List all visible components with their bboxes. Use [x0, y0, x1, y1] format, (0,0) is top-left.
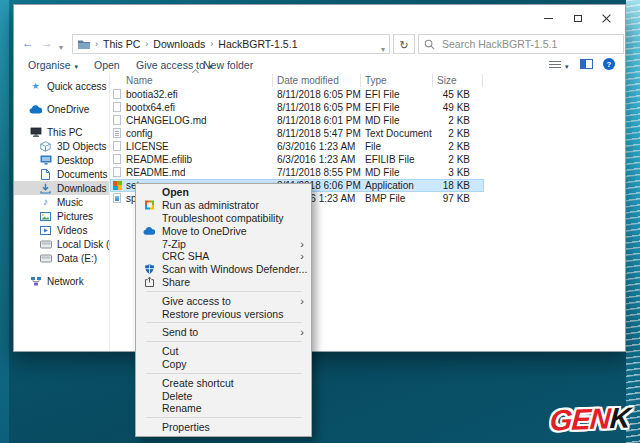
close-button[interactable] [592, 5, 621, 31]
sidebar-item-pictures[interactable]: Pictures [14, 209, 109, 223]
file-icon [113, 154, 121, 166]
file-row[interactable]: LICENSE 6/3/2016 1:23 AM File 2 KB [110, 140, 484, 153]
menu-item-move-to-onedrive[interactable]: Move to OneDrive [136, 224, 311, 237]
menu-item-7-zip[interactable]: 7-Zip [136, 237, 311, 250]
desktop-icon [39, 155, 52, 165]
menu-item-label: Scan with Windows Defender... [162, 263, 307, 275]
breadcrumb-separator: › [95, 39, 98, 49]
breadcrumb-current-folder[interactable]: HackBGRT-1.5.1 [218, 38, 297, 50]
sidebar-item-quick-access[interactable]: Quick access [14, 79, 109, 93]
menu-item-run-as-administrator[interactable]: Run as administrator [136, 199, 311, 212]
menu-item-crc-sha[interactable]: CRC SHA [136, 250, 311, 263]
menu-item-troubleshoot-compatibility[interactable]: Troubleshoot compatibility [136, 212, 311, 225]
sidebar-item-downloads[interactable]: Downloads [14, 181, 109, 195]
sidebar-item-label: Music [57, 197, 83, 208]
column-header-name[interactable]: Name [126, 75, 153, 86]
menu-item-open[interactable]: Open [136, 186, 311, 199]
sidebar-item-videos[interactable]: Videos [14, 223, 109, 237]
menu-item-cut[interactable]: Cut [136, 345, 311, 358]
address-dropdown-chevron-icon[interactable] [381, 40, 385, 58]
menu-item-share[interactable]: Share [136, 276, 311, 289]
sidebar-item-label: 3D Objects [57, 141, 106, 152]
picture-icon [39, 212, 52, 221]
share-icon [143, 276, 155, 287]
sidebar-item-local-disk-c[interactable]: Local Disk (C:) [14, 237, 109, 251]
column-divider[interactable] [432, 74, 433, 87]
menu-item-label: Properties [162, 421, 210, 433]
file-row[interactable]: README.md 7/11/2018 8:55 PM MD File 3 KB [110, 166, 484, 179]
help-button[interactable] [603, 58, 615, 70]
menu-item-properties[interactable]: Properties [136, 421, 311, 434]
column-divider[interactable] [482, 74, 483, 87]
search-box[interactable] [418, 34, 624, 54]
file-name: config [126, 128, 153, 139]
menu-item-scan-with-windows-defender[interactable]: Scan with Windows Defender... [136, 263, 311, 276]
sidebar-item-onedrive[interactable]: OneDrive [14, 102, 109, 116]
sidebar-item-documents[interactable]: Documents [14, 167, 109, 181]
sidebar-item-data-e[interactable]: Data (E:) [14, 251, 109, 265]
file-size: 97 KB [415, 193, 470, 204]
file-icon [113, 141, 121, 153]
menu-item-label: Restore previous versions [162, 308, 283, 320]
column-header-date-modified[interactable]: Date modified [277, 75, 339, 86]
column-divider[interactable] [272, 74, 273, 87]
address-bar[interactable]: › This PC › Downloads › HackBGRT-1.5.1 [72, 34, 390, 54]
refresh-button[interactable] [393, 34, 415, 54]
file-size: 49 KB [415, 102, 470, 113]
organise-menu-button[interactable]: Organise [28, 59, 78, 71]
file-type: MD File [365, 167, 399, 178]
disk-drive-icon [39, 254, 52, 263]
menu-item-delete[interactable]: Delete [136, 389, 311, 402]
forward-button[interactable] [41, 35, 53, 51]
sidebar-item-label: Quick access [47, 81, 106, 92]
file-size: 45 KB [415, 89, 470, 100]
sidebar-item-this-pc[interactable]: This PC [14, 125, 109, 139]
menu-item-rename[interactable]: Rename [136, 402, 311, 415]
column-header-type[interactable]: Type [365, 75, 387, 86]
cube-icon [39, 141, 52, 152]
breadcrumb-downloads[interactable]: Downloads [153, 38, 205, 50]
minimize-button[interactable] [534, 5, 563, 31]
menu-item-create-shortcut[interactable]: Create shortcut [136, 376, 311, 389]
folder-icon [78, 39, 90, 49]
file-row[interactable]: README.efilib 6/3/2016 1:23 AM EFILIB Fi… [110, 153, 484, 166]
file-size: 18 KB [415, 180, 470, 191]
menu-item-send-to[interactable]: Send to [136, 326, 311, 339]
file-name: CHANGELOG.md [126, 115, 207, 126]
file-date: 8/11/2018 6:05 PM [277, 102, 361, 113]
column-header-size[interactable]: Size [437, 75, 456, 86]
menu-item-give-access-to[interactable]: Give access to [136, 294, 311, 307]
preview-pane-button[interactable] [580, 59, 593, 69]
breadcrumb-this-pc[interactable]: This PC [103, 38, 140, 50]
search-icon [424, 39, 435, 50]
sidebar-item-desktop[interactable]: Desktop [14, 153, 109, 167]
back-button[interactable] [22, 35, 34, 51]
file-row[interactable]: bootia32.efi 8/11/2018 6:05 PM EFI File … [110, 88, 484, 101]
give-access-menu-button[interactable]: Give access to [136, 59, 212, 71]
video-icon [39, 226, 52, 235]
file-row[interactable]: bootx64.efi 8/11/2018 6:05 PM EFI File 4… [110, 101, 484, 114]
recent-locations-chevron-icon[interactable] [59, 38, 63, 56]
menu-item-restore-previous-versions[interactable]: Restore previous versions [136, 307, 311, 320]
sidebar-item-music[interactable]: Music [14, 195, 109, 209]
file-row[interactable]: CHANGELOG.md 8/11/2018 6:01 PM MD File 2… [110, 114, 484, 127]
file-type: EFI File [365, 102, 399, 113]
maximize-button[interactable] [563, 5, 592, 31]
menu-item-label: Send to [162, 326, 198, 338]
file-name: bootx64.efi [126, 102, 175, 113]
sidebar-item-label: This PC [47, 127, 83, 138]
menu-item-copy[interactable]: Copy [136, 358, 311, 371]
column-divider[interactable] [360, 74, 361, 87]
new-folder-button[interactable]: New folder [203, 59, 253, 71]
views-button[interactable] [549, 59, 569, 71]
submenu-arrow-icon [300, 327, 304, 337]
sidebar-item-network[interactable]: Network [14, 274, 109, 288]
sidebar-item-3d-objects[interactable]: 3D Objects [14, 139, 109, 153]
menu-item-label: CRC SHA [162, 250, 209, 262]
search-input[interactable] [440, 37, 618, 51]
menu-separator [146, 417, 302, 418]
file-row[interactable]: config 8/11/2018 5:47 PM Text Document 2… [110, 127, 484, 140]
window-controls [534, 5, 621, 31]
document-icon [39, 169, 52, 180]
open-button[interactable]: Open [94, 59, 120, 71]
